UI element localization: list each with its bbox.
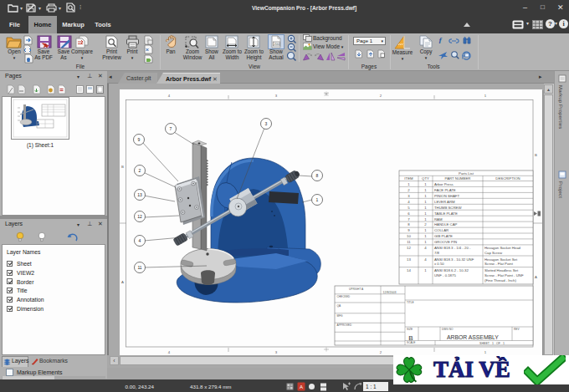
svg-text:Cap Screw: Cap Screw <box>484 251 503 255</box>
svg-text:Hexagon Socket Set: Hexagon Socket Set <box>484 257 518 262</box>
svg-text:B: B <box>121 165 124 169</box>
svg-text:Arbor Press: Arbor Press <box>434 182 454 186</box>
svg-text:2: 2 <box>139 168 141 173</box>
svg-text:HANDLE CAP: HANDLE CAP <box>434 222 458 227</box>
svg-text:Screw - Flat Point - UNF: Screw - Flat Point - UNF <box>484 273 524 277</box>
svg-text:SHEET 1 OF 1: SHEET 1 OF 1 <box>479 342 505 345</box>
svg-text:COLLAR: COLLAR <box>434 228 449 232</box>
svg-text:PART NUMBER: PART NUMBER <box>445 176 471 181</box>
svg-text:GROOVE PIN: GROOVE PIN <box>434 240 457 244</box>
svg-text:SIZE: SIZE <box>407 328 413 331</box>
svg-text:FACE PLATE: FACE PLATE <box>434 188 456 192</box>
svg-text:ANSI B18.3 - 10-32 UNF: ANSI B18.3 - 10-32 UNF <box>434 257 474 262</box>
svg-text:A: A <box>535 275 537 279</box>
svg-text:12: 12 <box>407 246 411 250</box>
svg-text:13: 13 <box>407 257 411 262</box>
svg-text:12: 12 <box>137 214 142 219</box>
svg-text:RAM: RAM <box>434 217 443 221</box>
svg-text:B: B <box>408 334 413 342</box>
svg-text:14: 14 <box>407 268 411 272</box>
svg-text:4: 4 <box>139 238 141 243</box>
svg-text:9: 9 <box>138 137 141 142</box>
svg-text:11: 11 <box>407 240 411 244</box>
svg-text:x 0.50: x 0.50 <box>434 262 444 266</box>
svg-text:Hexagon Socket Head: Hexagon Socket Head <box>484 246 521 250</box>
svg-text:A: A <box>300 384 303 389</box>
svg-text:APPROVED: APPROVED <box>337 323 352 327</box>
svg-text:REV: REV <box>514 328 520 331</box>
svg-text:ITEM: ITEM <box>404 176 413 181</box>
svg-text:THUMB SCREW: THUMB SCREW <box>434 206 462 210</box>
svg-text:13: 13 <box>137 192 142 197</box>
svg-text:LEVER ARM: LEVER ARM <box>434 200 455 204</box>
svg-text:UPRIGHT A: UPRIGHT A <box>349 288 364 291</box>
svg-text:7/8: 7/8 <box>434 251 440 255</box>
svg-text:MFG: MFG <box>337 314 344 318</box>
svg-text:SCALE: SCALE <box>407 341 415 344</box>
svg-text:3: 3 <box>265 121 268 126</box>
svg-text:TABLE PLATE: TABLE PLATE <box>434 211 458 216</box>
svg-text:ARBOR ASSEMBLY: ARBOR ASSEMBLY <box>447 334 499 340</box>
svg-text:200: 200 <box>274 42 279 46</box>
svg-text:Parts List: Parts List <box>459 171 474 176</box>
svg-text:A: A <box>44 43 48 48</box>
svg-text:DESCRIPTION: DESCRIPTION <box>495 176 520 181</box>
svg-text:10: 10 <box>407 234 411 238</box>
svg-text:CHECKED: CHECKED <box>337 295 351 298</box>
svg-text:Slotted Headless Set: Slotted Headless Set <box>484 268 519 272</box>
svg-text:GIB PLATE: GIB PLATE <box>434 234 453 238</box>
svg-text:(Fine Thread - Inch): (Fine Thread - Inch) <box>484 278 516 283</box>
svg-text:B: B <box>535 153 537 157</box>
svg-text:UNF - 0.1875: UNF - 0.1875 <box>434 273 456 277</box>
svg-text:12/8/2003: 12/8/2003 <box>383 291 397 294</box>
svg-text:7: 7 <box>170 126 172 131</box>
svg-text:DWG NO: DWG NO <box>442 328 454 331</box>
svg-text:11: 11 <box>137 265 141 270</box>
svg-text:PINION SHAFT: PINION SHAFT <box>434 194 459 198</box>
svg-text:ANSI B18.6.2 - 10-32: ANSI B18.6.2 - 10-32 <box>434 268 469 272</box>
svg-text:QTY: QTY <box>422 176 429 181</box>
svg-text:Screw - Flat Point: Screw - Flat Point <box>484 262 514 266</box>
svg-text:A: A <box>121 280 124 284</box>
svg-text:TITLE: TITLE <box>407 301 414 304</box>
svg-text:8: 8 <box>316 173 319 178</box>
svg-text:1: 1 <box>316 197 319 202</box>
svg-text:ANSI B18.3 - 1/4 - 20 -: ANSI B18.3 - 1/4 - 20 - <box>434 246 471 250</box>
